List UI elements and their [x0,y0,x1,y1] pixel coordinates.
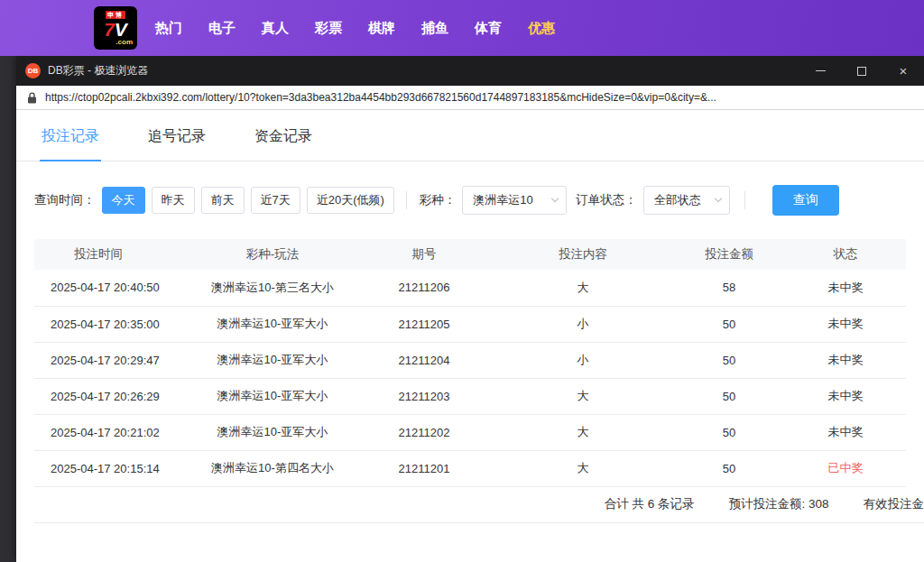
bet-issue: 21211204 [356,342,493,378]
site-favicon-icon: DB [25,63,41,78]
table-row: 2025-04-17 20:29:47 澳洲幸运10-亚军大小 21211204… [34,342,906,378]
bet-issue: 21211206 [356,270,493,306]
bet-amount: 58 [673,270,785,306]
search-button[interactable]: 查询 [772,185,839,216]
nav-item-live[interactable]: 真人 [262,20,289,37]
bet-records-table: 投注时间 彩种-玩法 期号 投注内容 投注金额 状态 2025-04-17 20… [34,239,906,487]
summary-total: 合计 共 6 条记录 [605,496,695,512]
bet-time: 2025-04-17 20:26:29 [34,378,189,414]
bet-content: 大 [493,450,673,486]
filter-divider [744,191,745,209]
bet-issue: 21211201 [356,450,493,486]
filter-bar: 查询时间： 今天 昨天 前天 近7天 近20天(低频) 彩种： 澳洲幸运10 订… [16,185,924,216]
order-status-select[interactable]: 全部状态 [643,186,730,215]
status-filter-label: 订单状态： [576,192,637,208]
bet-status: 未中奖 [785,378,906,414]
chevron-down-icon [715,195,722,202]
bet-play: 澳洲幸运10-亚军大小 [189,378,356,414]
bet-time: 2025-04-17 20:40:50 [34,270,189,306]
summary-valid-amount: 有效投注金 [864,496,924,512]
bet-content: 大 [493,378,673,414]
bet-status: 未中奖 [785,342,906,378]
bet-content: 小 [493,306,673,342]
filter-divider [406,191,407,209]
col-header-status: 状态 [785,239,906,270]
bet-amount: 50 [673,414,785,450]
table-row: 2025-04-17 20:35:00 澳洲幸运10-亚军大小 21211205… [34,306,906,342]
bet-time: 2025-04-17 20:29:47 [34,342,189,378]
col-header-amount: 投注金额 [673,239,785,270]
close-icon: × [900,64,908,78]
bet-content: 大 [493,270,673,306]
nav-item-promo[interactable]: 优惠 [528,20,555,37]
table-row: 2025-04-17 20:40:50 澳洲幸运10-第三名大小 2121120… [34,270,906,306]
time-filter-daybefore[interactable]: 前天 [201,187,245,214]
nav-item-electronic[interactable]: 电子 [208,20,236,37]
top-nav-menu: 热门 电子 真人 彩票 棋牌 捕鱼 体育 优惠 [155,20,555,37]
record-tabs: 投注记录 追号记录 资金记录 [16,112,924,161]
logo-main: 7V [104,20,127,39]
url-text: https://ctop02pcali.2kbxi392.com/lottery… [45,91,716,104]
order-status-value: 全部状态 [654,192,701,208]
bet-issue: 21211205 [356,306,493,342]
lottery-select-value: 澳洲幸运10 [473,192,532,208]
bet-time: 2025-04-17 20:21:02 [34,414,189,450]
table-row: 2025-04-17 20:26:29 澳洲幸运10-亚军大小 21211203… [34,378,906,414]
lock-icon [27,92,37,104]
minimize-icon [816,70,826,71]
bet-amount: 50 [673,306,785,342]
address-bar[interactable]: https://ctop02pcali.2kbxi392.com/lottery… [16,86,924,110]
time-filter-7days[interactable]: 近7天 [251,187,300,214]
window-titlebar: DB DB彩票 - 极速浏览器 × [16,56,924,86]
bet-status: 未中奖 [785,414,906,450]
chevron-down-icon [551,195,559,202]
bet-time: 2025-04-17 20:15:14 [34,450,189,486]
bet-issue: 21211202 [356,414,493,450]
bet-amount: 50 [673,342,785,378]
bet-play: 澳洲幸运10-第三名大小 [189,270,356,306]
minimize-button[interactable] [799,56,841,86]
bet-play: 澳洲幸运10-亚军大小 [189,342,356,378]
col-header-issue: 期号 [356,239,493,270]
logo-suffix: .com [116,39,133,46]
bet-play: 澳洲幸运10-亚军大小 [189,306,356,342]
bet-play: 澳洲幸运10-亚军大小 [189,414,356,450]
time-filter-20days[interactable]: 近20天(低频) [307,187,394,214]
table-row: 2025-04-17 20:21:02 澳洲幸运10-亚军大小 21211202… [34,414,906,450]
maximize-icon [857,67,866,76]
bet-amount: 50 [673,450,785,486]
time-filter-today[interactable]: 今天 [102,187,145,214]
nav-item-lottery[interactable]: 彩票 [315,20,342,37]
browser-window: DB DB彩票 - 极速浏览器 × https://ctop02pcali.2k… [16,56,924,562]
col-header-play: 彩种-玩法 [189,239,356,270]
bet-status: 已中奖 [785,450,906,486]
bet-status: 未中奖 [785,270,906,306]
bet-amount: 50 [673,378,785,414]
tab-fund-records[interactable]: 资金记录 [253,112,314,161]
time-filter-yesterday[interactable]: 昨天 [152,187,195,214]
bet-status: 未中奖 [785,306,906,342]
top-nav: 申博 7V .com 热门 电子 真人 彩票 棋牌 捕鱼 体育 优惠 [0,0,924,56]
site-logo[interactable]: 申博 7V .com [94,6,137,50]
nav-item-hot[interactable]: 热门 [155,20,182,37]
lottery-select[interactable]: 澳洲幸运10 [462,186,567,215]
tab-bet-records[interactable]: 投注记录 [40,112,101,161]
table-row: 2025-04-17 20:15:14 澳洲幸运10-第四名大小 2121120… [34,450,906,486]
nav-item-fishing[interactable]: 捕鱼 [421,20,448,37]
window-title: DB彩票 - 极速浏览器 [48,63,799,78]
time-filter-label: 查询时间： [34,192,96,208]
bet-time: 2025-04-17 20:35:00 [34,306,189,342]
nav-item-sports[interactable]: 体育 [475,20,502,37]
col-header-bet-time: 投注时间 [34,239,189,270]
maximize-button[interactable] [841,56,882,86]
logo-badge: 申博 [106,11,125,19]
nav-item-chess[interactable]: 棋牌 [368,20,395,37]
bet-play: 澳洲幸运10-第四名大小 [189,450,356,486]
summary-expected-amount: 预计投注金额: 308 [728,496,828,512]
tab-chase-records[interactable]: 追号记录 [146,112,208,161]
table-header-row: 投注时间 彩种-玩法 期号 投注内容 投注金额 状态 [34,239,906,270]
col-header-content: 投注内容 [493,239,673,270]
close-button[interactable]: × [882,56,924,86]
bet-issue: 21211203 [356,378,493,414]
bet-content: 小 [493,342,673,378]
